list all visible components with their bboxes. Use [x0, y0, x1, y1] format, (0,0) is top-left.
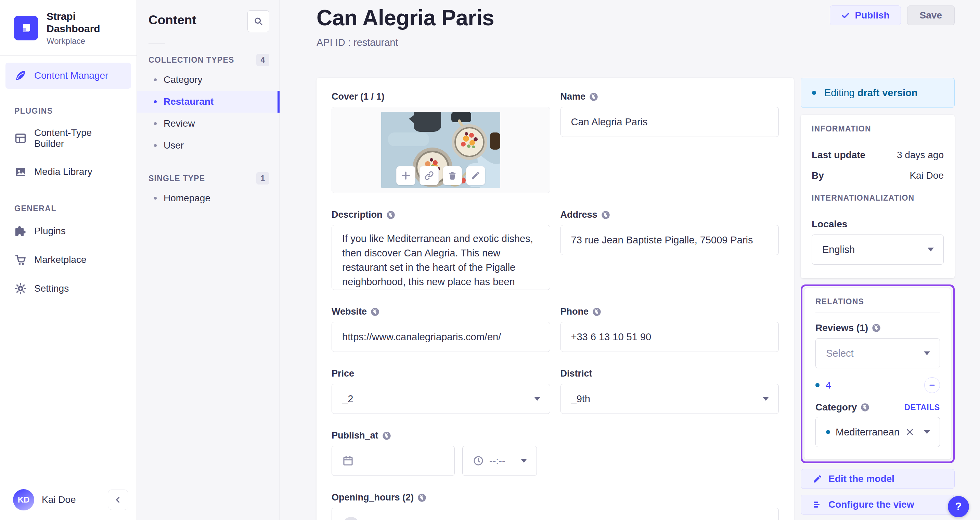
globe-icon — [370, 307, 380, 317]
subnav-item-restaurant[interactable]: Restaurant — [137, 91, 280, 113]
publish-button[interactable]: Publish — [830, 5, 900, 26]
chevron-down-icon — [924, 352, 930, 355]
strapi-logo-icon — [14, 16, 38, 40]
globe-icon — [601, 210, 611, 220]
sidebar-item-content-type-builder[interactable]: Content-Type Builder — [5, 119, 131, 158]
subnav-item-homepage[interactable]: Homepage — [137, 187, 280, 209]
save-button[interactable]: Save — [907, 5, 955, 26]
info-row-by: By Kai Doe — [811, 170, 944, 181]
close-icon[interactable] — [905, 427, 914, 437]
globe-icon — [589, 92, 598, 102]
sidebar-item-marketplace[interactable]: Marketplace — [5, 246, 131, 274]
marketplace-icon — [14, 254, 27, 266]
field-label: Opening_hours (2) — [332, 492, 414, 503]
sidebar-item-label: Content-Type Builder — [34, 128, 122, 149]
price-select[interactable]: _2 — [332, 384, 550, 414]
information-heading: INFORMATION — [811, 124, 944, 134]
sidebar-item-settings[interactable]: Settings — [5, 274, 131, 303]
subnav-item-category[interactable]: Category — [137, 69, 280, 91]
subnav-item-label: User — [164, 140, 184, 151]
sidebar-item-plugins[interactable]: Plugins — [5, 217, 131, 246]
calendar-icon — [342, 455, 354, 467]
field-website: Website https://www.canalegriaparis.com/… — [332, 306, 550, 352]
gear-icon — [14, 282, 27, 295]
sidebar-item-label: Content Manager — [34, 70, 108, 81]
globe-icon — [382, 431, 391, 440]
section-heading: PLUGINS — [5, 107, 131, 116]
field-label: Phone — [560, 306, 589, 317]
entry-form-card: Cover (1 / 1) — [317, 78, 794, 520]
content-area: Can Alegria Paris API ID : restaurant Pu… — [280, 0, 980, 520]
reviews-label: Reviews (1) — [815, 322, 868, 333]
field-label: Description — [332, 209, 383, 220]
remove-relation-button[interactable] — [924, 377, 940, 393]
subnav-item-user[interactable]: User — [137, 134, 280, 156]
opening-hours-row-sun[interactable]: Sun — [332, 508, 778, 520]
subnav-item-label: Homepage — [164, 193, 210, 204]
category-select[interactable]: Mediterranean — [815, 417, 940, 447]
sidebar-item-media-library[interactable]: Media Library — [5, 158, 131, 186]
check-icon — [841, 11, 850, 20]
sidebar-item-content-manager[interactable]: Content Manager — [5, 63, 131, 89]
subnav-item-label: Restaurant — [164, 96, 213, 107]
details-link[interactable]: DETAILS — [904, 403, 940, 412]
help-button[interactable]: ? — [948, 496, 969, 517]
avatar: KD — [13, 489, 34, 510]
subnav-item-label: Category — [164, 74, 202, 85]
name-input[interactable]: Can Alegria Paris — [560, 107, 779, 137]
field-label: District — [560, 368, 592, 379]
configure-view-button[interactable]: Configure the view — [801, 494, 955, 515]
relation-item: 4 — [815, 377, 940, 393]
locales-label: Locales — [811, 219, 944, 230]
divider — [148, 43, 165, 43]
information-card: INFORMATION Last update 3 days ago By Ka… — [801, 115, 955, 278]
content-sidebar: Content COLLECTION TYPES 4 Category Rest… — [137, 0, 280, 520]
bullet-icon — [154, 122, 157, 125]
strapi-app: Strapi Dashboard Workplace Content Manag… — [0, 0, 980, 520]
locale-select[interactable]: English — [811, 234, 944, 265]
field-label: Price — [332, 368, 354, 379]
trash-icon — [447, 171, 457, 180]
field-publish-at: Publish_at --:-- — [332, 430, 550, 476]
field-label: Name — [560, 91, 586, 102]
status-dot-icon — [812, 91, 816, 95]
reviews-select[interactable]: Select — [815, 338, 940, 368]
brand-title: Strapi Dashboard — [46, 10, 125, 35]
chevron-down-icon — [534, 397, 540, 401]
website-input[interactable]: https://www.canalegriaparis.com/en/ — [332, 322, 550, 352]
time-input[interactable]: --:-- — [462, 446, 537, 476]
pencil-icon — [471, 171, 480, 180]
edit-asset-button[interactable] — [466, 166, 485, 185]
expand-toggle-button[interactable] — [343, 517, 359, 520]
draft-status-banner: Editing draft version — [801, 78, 955, 108]
pencil-icon — [813, 474, 822, 484]
field-address: Address 73 rue Jean Baptiste Pigalle, 75… — [560, 209, 779, 255]
content-manager-icon — [14, 70, 27, 82]
field-phone: Phone +33 6 13 10 51 90 — [560, 306, 779, 352]
bullet-icon — [154, 100, 157, 103]
copy-link-button[interactable] — [420, 166, 439, 185]
field-name: Name Can Alegria Paris — [560, 91, 779, 137]
plus-icon — [401, 171, 411, 181]
subnav-title: Content — [148, 13, 196, 27]
delete-asset-button[interactable] — [443, 166, 462, 185]
collapse-sidebar-button[interactable] — [108, 490, 128, 510]
phone-input[interactable]: +33 6 13 10 51 90 — [560, 322, 779, 352]
relation-dot-icon — [815, 383, 819, 387]
content-type-builder-icon — [14, 132, 27, 144]
search-button[interactable] — [247, 10, 269, 32]
right-panel: Editing draft version INFORMATION Last u… — [801, 78, 955, 520]
subnav-item-review[interactable]: Review — [137, 113, 280, 134]
district-select[interactable]: _9th — [560, 384, 779, 414]
description-textarea[interactable]: If you like Mediterranean and exotic dis… — [332, 225, 550, 290]
relations-heading: RELATIONS — [815, 297, 940, 306]
relation-link[interactable]: 4 — [826, 380, 831, 391]
add-asset-button[interactable] — [396, 166, 415, 185]
bullet-icon — [154, 144, 157, 147]
date-input[interactable] — [332, 446, 455, 476]
edit-model-button[interactable]: Edit the model — [801, 469, 955, 489]
group-count-badge: 4 — [256, 54, 269, 66]
address-input[interactable]: 73 rue Jean Baptiste Pigalle, 75009 Pari… — [560, 225, 779, 255]
sidebar-footer: KD Kai Doe — [0, 480, 137, 520]
field-district: District _9th — [560, 368, 779, 414]
